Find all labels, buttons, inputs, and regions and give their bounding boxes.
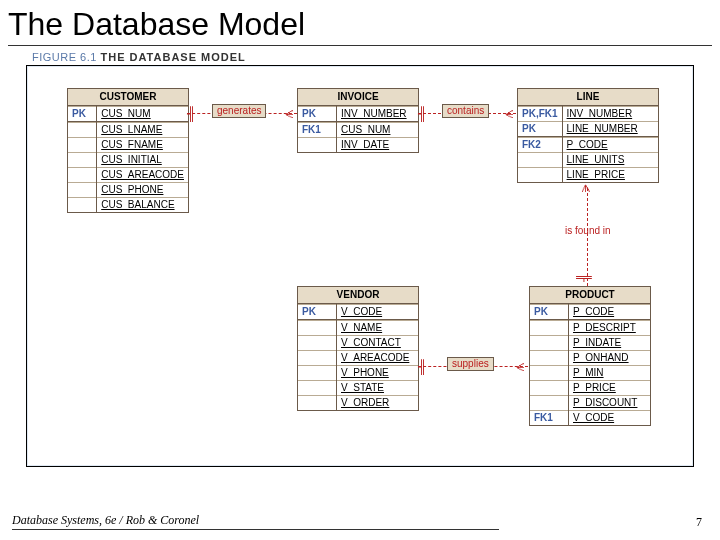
entity-customer: CUSTOMER PKCUS_NUMCUS_LNAMECUS_FNAMECUS_… — [67, 88, 189, 213]
key-cell — [298, 381, 337, 396]
key-cell — [68, 198, 97, 213]
table-row: V_PHONE — [298, 366, 418, 381]
rel-label-contains: contains — [442, 104, 489, 118]
attr-cell: V_PHONE — [337, 366, 419, 381]
crowfoot-icon: ╢ — [418, 359, 427, 374]
table-row: CUS_FNAME — [68, 138, 188, 153]
table-row: P_MIN — [530, 366, 650, 381]
table-row: P_PRICE — [530, 381, 650, 396]
entity-product: PRODUCT PKP_CODEP_DESCRIPTP_INDATEP_ONHA… — [529, 286, 651, 426]
key-cell — [68, 168, 97, 183]
page-number: 7 — [696, 515, 702, 530]
entity-header: LINE — [518, 89, 658, 106]
attr-cell: V_STATE — [337, 381, 419, 396]
table-row: PKP_CODE — [530, 305, 650, 320]
attr-cell: INV_NUMBER — [562, 107, 658, 122]
table-row: LINE_PRICE — [518, 168, 658, 183]
entity-body: PKV_CODEV_NAMEV_CONTACTV_AREACODEV_PHONE… — [298, 304, 418, 410]
table-row: V_CONTACT — [298, 336, 418, 351]
attr-cell: V_ORDER — [337, 396, 419, 411]
table-row: P_DESCRIPT — [530, 321, 650, 336]
attr-cell: V_AREACODE — [337, 351, 419, 366]
table-row: LINE_UNITS — [518, 153, 658, 168]
table-row: V_STATE — [298, 381, 418, 396]
key-cell — [68, 153, 97, 168]
crowfoot-icon: ⪪ — [283, 106, 296, 121]
table-row: PKLINE_NUMBER — [518, 122, 658, 137]
attr-cell: LINE_NUMBER — [562, 122, 658, 137]
crowfoot-icon: ⪪ — [503, 106, 516, 121]
entity-header: PRODUCT — [530, 287, 650, 304]
table-row: V_ORDER — [298, 396, 418, 411]
attr-cell: P_CODE — [562, 138, 658, 153]
key-cell — [298, 321, 337, 336]
key-cell — [530, 396, 569, 411]
entity-body: PK,FK1INV_NUMBERPKLINE_NUMBERFK2P_CODELI… — [518, 106, 658, 182]
attr-cell: CUS_NUM — [337, 123, 419, 138]
figure-label: FIGURE 6.1 THE DATABASE MODEL — [32, 52, 720, 63]
attr-cell: INV_NUMBER — [337, 107, 419, 122]
footer-citation: Database Systems, 6e / Rob & Coronel — [12, 513, 499, 530]
attr-cell: CUS_INITIAL — [97, 153, 188, 168]
key-cell — [68, 138, 97, 153]
table-row: FK1V_CODE — [530, 411, 650, 426]
entity-header: VENDOR — [298, 287, 418, 304]
table-row: V_AREACODE — [298, 351, 418, 366]
attr-cell: CUS_LNAME — [97, 123, 188, 138]
key-cell — [68, 123, 97, 138]
attr-cell: CUS_FNAME — [97, 138, 188, 153]
attr-cell: CUS_BALANCE — [97, 198, 188, 213]
attr-cell: CUS_AREACODE — [97, 168, 188, 183]
key-cell: PK — [530, 305, 569, 320]
key-cell — [530, 321, 569, 336]
key-cell — [530, 381, 569, 396]
attr-cell: CUS_NUM — [97, 107, 188, 122]
page-title: The Database Model — [0, 0, 720, 45]
table-row: CUS_INITIAL — [68, 153, 188, 168]
table-row: CUS_LNAME — [68, 123, 188, 138]
table-row: CUS_PHONE — [68, 183, 188, 198]
crowfoot-icon: ╢ — [418, 106, 427, 121]
key-cell: PK,FK1 — [518, 107, 562, 122]
key-cell: FK2 — [518, 138, 562, 153]
key-cell: FK1 — [298, 123, 337, 138]
entity-invoice: INVOICE PKINV_NUMBERFK1CUS_NUMINV_DATE — [297, 88, 419, 153]
entity-header: INVOICE — [298, 89, 418, 106]
table-row: CUS_AREACODE — [68, 168, 188, 183]
key-cell — [68, 183, 97, 198]
key-cell: PK — [68, 107, 97, 122]
table-row: FK2P_CODE — [518, 138, 658, 153]
attr-cell: INV_DATE — [337, 138, 419, 153]
attr-cell: P_INDATE — [569, 336, 651, 351]
entity-body: PKINV_NUMBERFK1CUS_NUMINV_DATE — [298, 106, 418, 152]
rel-label-supplies: supplies — [447, 357, 494, 371]
table-row: INV_DATE — [298, 138, 418, 153]
key-cell: PK — [518, 122, 562, 137]
table-row: P_ONHAND — [530, 351, 650, 366]
key-cell — [530, 336, 569, 351]
entity-header: CUSTOMER — [68, 89, 188, 106]
key-cell — [518, 153, 562, 168]
rel-label-isfoundin: is found in — [565, 226, 611, 236]
table-row: PKV_CODE — [298, 305, 418, 320]
table-row: P_INDATE — [530, 336, 650, 351]
key-cell — [298, 336, 337, 351]
attr-cell: V_CODE — [569, 411, 651, 426]
attr-cell: LINE_UNITS — [562, 153, 658, 168]
key-cell: PK — [298, 107, 337, 122]
attr-cell: P_PRICE — [569, 381, 651, 396]
title-rule — [8, 45, 712, 46]
table-row: P_DISCOUNT — [530, 396, 650, 411]
rel-line-isfoundin — [587, 188, 588, 286]
attr-cell: P_DESCRIPT — [569, 321, 651, 336]
key-cell — [530, 366, 569, 381]
attr-cell: P_DISCOUNT — [569, 396, 651, 411]
key-cell — [518, 168, 562, 183]
crowfoot-icon: ╟ — [577, 273, 592, 282]
attr-cell: LINE_PRICE — [562, 168, 658, 183]
table-row: FK1CUS_NUM — [298, 123, 418, 138]
slide: The Database Model FIGURE 6.1 THE DATABA… — [0, 0, 720, 540]
table-row: CUS_BALANCE — [68, 198, 188, 213]
key-cell — [298, 351, 337, 366]
table-row: PKINV_NUMBER — [298, 107, 418, 122]
